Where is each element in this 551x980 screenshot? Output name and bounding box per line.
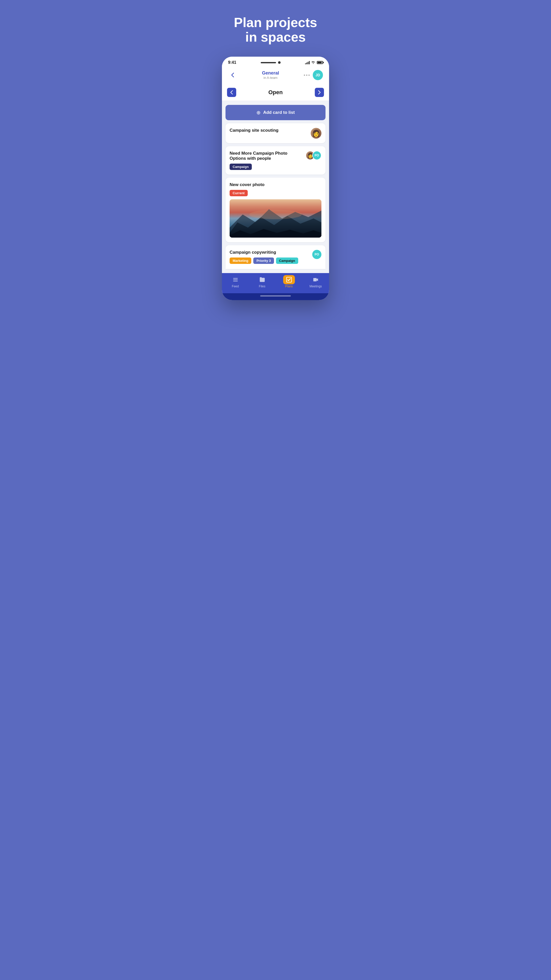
card-1-avatar: 👩 bbox=[311, 128, 321, 138]
page-wrapper: Plan projectsin spaces 9:41 bbox=[221, 10, 330, 300]
plans-label: Plans bbox=[285, 285, 292, 288]
marketing-tag: Marketing bbox=[230, 258, 251, 264]
bottom-nav: Feed Files bbox=[222, 273, 329, 293]
phone-frame: 9:41 bbox=[222, 57, 329, 300]
card-2-avatars: 👩 PO bbox=[306, 151, 321, 160]
column-next-button[interactable] bbox=[315, 88, 324, 97]
status-bar-center bbox=[261, 61, 281, 64]
nav-item-meetings[interactable]: Meetings bbox=[302, 276, 329, 288]
add-card-label: Add card to list bbox=[263, 110, 295, 115]
card-site-scouting[interactable]: Campaing site scouting 👩 bbox=[225, 123, 326, 143]
status-pill bbox=[261, 62, 276, 63]
plans-icon bbox=[285, 276, 293, 283]
nav-header: General in A-team JD bbox=[228, 68, 323, 84]
column-header: Open bbox=[222, 84, 329, 101]
nav-item-feed[interactable]: Feed bbox=[222, 276, 249, 288]
nav-item-plans[interactable]: Plans bbox=[275, 276, 302, 288]
card-2-title: Need More Campaign Photo Options with pe… bbox=[230, 151, 303, 161]
card-4-header: Campaign copywriting Marketing Priority … bbox=[230, 250, 321, 264]
camera-dot bbox=[278, 61, 281, 64]
priority-tag: Priority 3 bbox=[253, 258, 274, 264]
meetings-label: Meetings bbox=[310, 285, 322, 288]
current-tag: Current bbox=[230, 190, 248, 196]
meetings-icon bbox=[312, 276, 320, 283]
column-title: Open bbox=[268, 89, 283, 96]
card-1-title: Campaing site scouting bbox=[230, 128, 311, 133]
card-4-tags: Marketing Priority 3 Campaign bbox=[230, 258, 310, 264]
card-3-title: New cover photo bbox=[230, 182, 321, 187]
nav-right-area: JD bbox=[304, 70, 323, 80]
campaign-teal-tag: Campaign bbox=[276, 258, 298, 264]
content-area: ⊕ Add card to list Campaing site scoutin… bbox=[222, 101, 329, 273]
dots-menu[interactable] bbox=[304, 75, 310, 76]
campaign-tag: Campaign bbox=[230, 164, 252, 170]
feed-label: Feed bbox=[232, 285, 239, 288]
nav-title: General bbox=[262, 70, 279, 76]
avatar-po: PO bbox=[312, 151, 321, 160]
battery-icon bbox=[317, 61, 323, 64]
status-icons bbox=[305, 60, 323, 65]
home-indicator bbox=[222, 293, 329, 300]
card-4-title: Campaign copywriting bbox=[230, 250, 310, 255]
files-label: Files bbox=[259, 285, 265, 288]
nav-item-files[interactable]: Files bbox=[249, 276, 275, 288]
wifi-icon bbox=[311, 60, 315, 65]
card-campaign-photo[interactable]: Need More Campaign Photo Options with pe… bbox=[225, 146, 326, 175]
feed-icon bbox=[231, 276, 240, 283]
column-prev-button[interactable] bbox=[227, 88, 236, 97]
plus-icon: ⊕ bbox=[256, 110, 261, 116]
hero-title: Plan projectsin spaces bbox=[231, 10, 320, 45]
status-time: 9:41 bbox=[228, 60, 236, 65]
nav-title-area: General in A-team bbox=[262, 70, 279, 80]
phone-top-bar: 9:41 bbox=[222, 57, 329, 84]
home-indicator-bar bbox=[260, 295, 291, 297]
add-card-button[interactable]: ⊕ Add card to list bbox=[225, 105, 326, 120]
nav-subtitle: in A-team bbox=[262, 76, 279, 80]
status-bar: 9:41 bbox=[228, 60, 323, 65]
card-3-tags: Current bbox=[230, 190, 321, 196]
card-4-avatar: PO bbox=[312, 250, 321, 259]
files-icon bbox=[258, 276, 266, 283]
card-campaign-copywriting[interactable]: Campaign copywriting Marketing Priority … bbox=[225, 245, 326, 269]
signal-icon bbox=[305, 61, 310, 64]
svg-point-4 bbox=[249, 210, 302, 219]
cover-image bbox=[230, 199, 321, 238]
user-avatar[interactable]: JD bbox=[313, 70, 323, 80]
card-new-cover[interactable]: New cover photo Current bbox=[225, 178, 326, 242]
back-button[interactable] bbox=[228, 70, 237, 80]
card-2-tags: Campaign bbox=[230, 164, 303, 170]
